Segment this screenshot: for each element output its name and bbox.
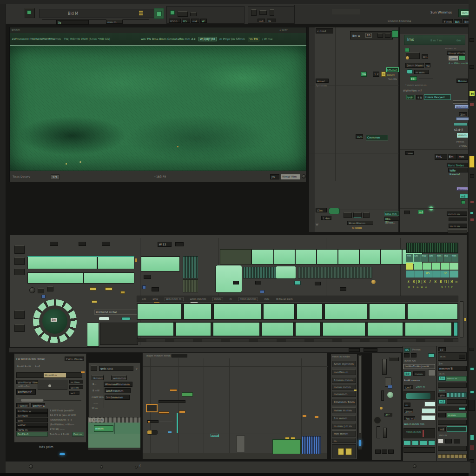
props-rc-2[interactable]: WmW bbox=[69, 385, 83, 389]
green-square-icon[interactable] bbox=[170, 10, 175, 15]
sb-stripes-btn[interactable] bbox=[453, 100, 468, 104]
props-slider-dot[interactable] bbox=[48, 384, 51, 387]
striped-block-1[interactable] bbox=[183, 256, 198, 278]
clip-r2-1[interactable] bbox=[137, 322, 174, 336]
m-r4-box[interactable]: mmmm'8 bbox=[438, 366, 467, 371]
m-r9-field[interactable] bbox=[447, 392, 467, 397]
edge-logo-m[interactable]: M bbox=[469, 91, 475, 100]
inspector-green-button[interactable] bbox=[392, 30, 398, 38]
ctrl-lever-1[interactable] bbox=[382, 359, 387, 375]
mx-chip-c[interactable] bbox=[102, 242, 110, 246]
edge-chip-1[interactable] bbox=[469, 38, 474, 42]
clip-r1-8[interactable] bbox=[407, 304, 458, 319]
m-l2-a[interactable] bbox=[404, 353, 410, 357]
m-r14-chip[interactable]: m8 bbox=[438, 427, 446, 431]
browser-r1a[interactable]: Rmmmm bbox=[92, 375, 104, 380]
ctrl-candle[interactable] bbox=[381, 390, 384, 401]
clip-r2-8[interactable] bbox=[405, 322, 452, 336]
m-l14-c4[interactable] bbox=[428, 440, 436, 445]
gt-t-3[interactable] bbox=[432, 271, 441, 278]
stack-button-4[interactable]: mmm mmm bbox=[332, 384, 356, 390]
edge-chip-4[interactable] bbox=[469, 348, 474, 351]
rail-button-5[interactable] bbox=[14, 324, 25, 332]
browser-chevron-icon[interactable]: v bbox=[136, 367, 138, 370]
gt-h-7[interactable]: mm bbox=[451, 254, 458, 262]
m-l5-gray[interactable] bbox=[428, 370, 436, 376]
tool-chip-3[interactable]: m4 bbox=[191, 19, 199, 23]
sb-bluegray-btn[interactable] bbox=[456, 117, 469, 120]
props-tool-1[interactable]: RmWLRmW bbox=[17, 365, 31, 368]
band-chip-1[interactable] bbox=[349, 348, 360, 352]
gt-h-6[interactable]: m8 bbox=[444, 254, 451, 262]
m-r6-field[interactable]: mmm m bbox=[446, 376, 467, 381]
pad-green-2[interactable] bbox=[215, 265, 242, 293]
sb-brow-2[interactable] bbox=[449, 218, 467, 221]
timeline-scrollbar[interactable] bbox=[460, 301, 463, 337]
m-r9-chip[interactable]: Wm bbox=[438, 393, 446, 397]
statusbar-knob-2[interactable] bbox=[100, 465, 103, 469]
tool2-chip-2[interactable]: W bbox=[267, 19, 276, 22]
mx-blue-chip[interactable] bbox=[41, 295, 46, 298]
mx-knob-chip-1[interactable] bbox=[38, 288, 44, 293]
clip-r2-4[interactable] bbox=[262, 322, 293, 336]
gt-b-2[interactable] bbox=[423, 263, 431, 270]
rail-button-3[interactable] bbox=[14, 269, 25, 275]
sb-4b-chip[interactable]: 4 B bbox=[416, 95, 423, 99]
note-orange-1[interactable] bbox=[170, 389, 177, 391]
menu-icon[interactable] bbox=[139, 11, 143, 16]
ctrl-bottom-1[interactable] bbox=[375, 450, 381, 454]
vs-left-chip[interactable]: 5?1 bbox=[51, 174, 60, 180]
gt-h-1[interactable]: mm bbox=[406, 254, 413, 262]
inspector-float-panel[interactable]: Bm w E0 bbox=[350, 31, 393, 40]
m-l10-chip[interactable]: 2Wm bbox=[404, 409, 413, 413]
sidebar-header[interactable]: Ims 8 m ? m 6m bbox=[404, 35, 465, 45]
ctrl-blue-chip[interactable] bbox=[388, 385, 392, 389]
gt-h-4[interactable]: 8m bbox=[429, 254, 436, 262]
stack-button-5[interactable]: mmmmm bbox=[332, 391, 356, 397]
mx-sc-blue[interactable] bbox=[260, 290, 264, 293]
props-khaki-chip[interactable]: WmmW m bbox=[44, 373, 66, 377]
browser-r2b[interactable]: WmmmWmmmm bbox=[104, 382, 132, 387]
m-l9-field[interactable] bbox=[424, 402, 436, 407]
m-l14-c1[interactable] bbox=[403, 440, 411, 445]
sb-brow-3[interactable]: m m m bbox=[449, 224, 467, 228]
sb-brow-btn[interactable] bbox=[448, 229, 467, 234]
yellow-chip-3[interactable] bbox=[120, 291, 125, 294]
float-icon-a[interactable] bbox=[377, 33, 383, 38]
browser-r4b[interactable]: SmSmmmm bbox=[105, 395, 130, 400]
yellow-chip-1[interactable] bbox=[90, 287, 96, 291]
editor-grid[interactable]: mWm mmmm mmm mm/m bbox=[142, 352, 327, 459]
stack-button-7[interactable]: mmm m mm bbox=[332, 407, 356, 413]
sub-chip-1[interactable]: F mm bbox=[443, 19, 453, 23]
stack-button-11[interactable]: m bbox=[332, 438, 356, 443]
timeline-bottom-strip[interactable] bbox=[137, 338, 458, 342]
orange-box[interactable] bbox=[146, 404, 158, 412]
props-title-chip[interactable]: EWm WmW-3 bbox=[65, 357, 84, 361]
ctrl-dark-circle[interactable] bbox=[373, 416, 382, 424]
ctrl-bottom-3[interactable] bbox=[388, 450, 394, 454]
app-icon[interactable] bbox=[25, 8, 35, 18]
ctrl-lever-2[interactable] bbox=[377, 426, 380, 438]
sb-lame-chip[interactable]: Lame bbox=[449, 56, 458, 60]
m-r2-chip[interactable] bbox=[459, 355, 465, 359]
m-l2-b[interactable] bbox=[411, 353, 416, 357]
m-l5-teal[interactable]: 5@ bbox=[404, 371, 411, 376]
dark-bar-1[interactable] bbox=[159, 400, 185, 403]
sb-r8-header[interactable]: WWmWm m? bbox=[403, 89, 422, 93]
yellow-chip-2[interactable] bbox=[105, 287, 112, 291]
stack-button-2[interactable]: mmWm m bbox=[332, 369, 356, 375]
note-orange-2[interactable] bbox=[159, 411, 169, 414]
stack-button-10[interactable]: mm mmm bbox=[332, 430, 356, 436]
m-l11-field[interactable] bbox=[421, 415, 436, 420]
edge-chip-2[interactable] bbox=[469, 65, 474, 69]
props-rc-1[interactable]: m Wm bbox=[69, 380, 83, 383]
insp-rr-1[interactable]: ESSC mm bbox=[384, 212, 399, 216]
fader-bar-2[interactable] bbox=[27, 272, 134, 284]
sb-v4p-chip[interactable]: V4P bbox=[406, 95, 415, 99]
gt-b-1[interactable] bbox=[414, 263, 422, 270]
m-r16-chip2[interactable] bbox=[454, 439, 460, 443]
props-mini-1[interactable]: | WmW bbox=[16, 403, 29, 407]
map-marker-2[interactable] bbox=[177, 146, 178, 147]
sb-teal-field[interactable]: mmm bbox=[457, 133, 468, 138]
mx-sc-teal[interactable] bbox=[294, 281, 301, 285]
